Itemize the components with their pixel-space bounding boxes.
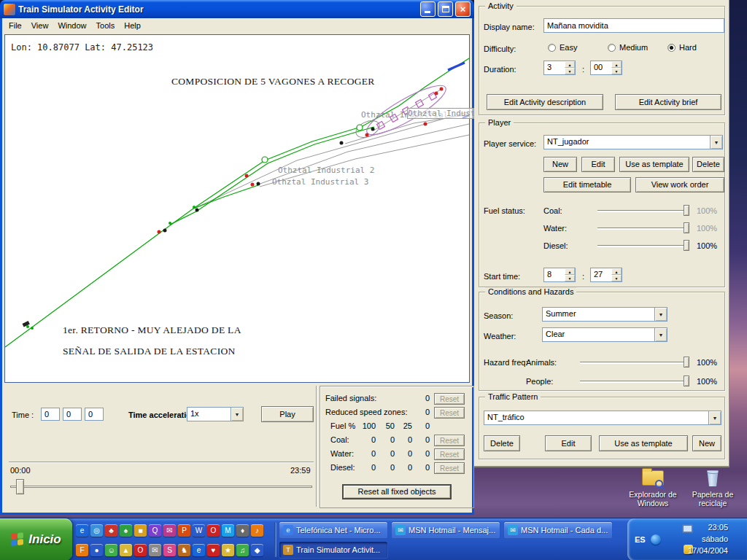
spinner-up-icon[interactable] [611,61,622,68]
menu-item[interactable]: View [31,19,55,32]
time-minutes-input[interactable] [63,408,82,421]
slider-thumb[interactable] [684,205,689,216]
player-use-as-template-button[interactable]: Use as template [619,157,689,172]
quick-launch-icon[interactable]: ♠ [120,524,132,537]
timeline-thumb[interactable] [16,479,24,494]
quick-launch-icon[interactable]: ♣ [105,524,117,537]
desktop-icon-windows-explorer[interactable]: Explorador de Windows [624,467,681,508]
difficulty-easy-radio[interactable]: Easy [548,43,577,52]
taskbar-task-button-active[interactable]: T Train Simulator Activit... [279,541,388,559]
slider-thumb[interactable] [684,240,689,251]
quick-launch-icon[interactable]: ☺ [105,544,117,556]
people-slider[interactable] [580,376,689,386]
quick-launch-icon[interactable]: O [207,524,220,537]
quick-launch-icon[interactable]: ♥ [207,544,220,556]
quick-launch-icon[interactable]: ♦ [236,524,249,537]
spinner-up-icon[interactable] [565,268,575,275]
quick-launch-icon[interactable]: ■ [134,524,147,537]
spinner-up-icon[interactable] [565,61,575,68]
quick-launch-icon[interactable]: ♪ [251,524,263,537]
time-seconds-input[interactable] [85,408,104,421]
weather-select[interactable]: Clear [542,327,667,342]
spinner-up-icon[interactable] [611,268,622,275]
water-slider[interactable] [597,222,689,233]
season-select[interactable]: Summer [542,307,667,322]
coal-slider[interactable] [597,205,689,216]
traffic-edit-button[interactable]: Edit [545,435,592,451]
difficulty-hard-radio[interactable]: Hard [667,43,697,52]
animals-slider[interactable] [580,357,689,368]
player-edit-button[interactable]: Edit [581,157,615,172]
quick-launch-icon[interactable]: ◎ [90,524,103,537]
quick-launch-icon[interactable]: ● [90,544,103,556]
station-label-othztal-3[interactable]: Othztal Industrial 3 [272,177,368,187]
route-map[interactable]: Lon: 10.87077 Lat: 47.25123 COMPOSICION … [4,34,470,383]
station-label-othztal-2[interactable]: Othztal Industrial 2 [278,166,374,175]
edit-timetable-button[interactable]: Edit timetable [543,177,631,192]
quick-launch-icon[interactable]: M [222,524,234,537]
player-new-button[interactable]: New [543,157,577,172]
quick-launch-icon[interactable]: ✉ [163,524,176,537]
spinner-down-icon[interactable] [611,68,622,74]
quick-launch-icon[interactable]: ▲ [120,544,132,556]
quick-launch-icon[interactable]: W [193,524,205,537]
station-label-othztal-boxed[interactable]: Othztal Industrial [407,108,474,119]
slider-thumb[interactable] [684,376,689,386]
reset-failed-signals-button[interactable]: Reset [434,393,465,405]
taskbar-task-button[interactable]: ✉ MSN Hotmail - Cada d... [503,521,613,539]
dropdown-arrow-icon[interactable] [708,411,721,424]
quick-launch-icon[interactable]: S [163,544,176,556]
traffic-pattern-select[interactable]: NT_tráfico [484,411,721,425]
reset-diesel-button[interactable]: Reset [434,462,465,474]
time-acceleration-select[interactable]: 1x [187,407,244,421]
menu-item[interactable]: Tools [96,19,122,32]
quick-launch-icon[interactable]: P [178,524,190,537]
start-button[interactable]: Inicio [0,518,72,560]
reset-coal-button[interactable]: Reset [434,435,465,446]
reset-all-fixed-objects-button[interactable]: Reset all fixed objects [342,484,452,499]
language-indicator[interactable]: ES [635,535,646,544]
dropdown-arrow-icon[interactable] [654,328,667,341]
difficulty-medium-radio[interactable]: Medium [608,43,648,52]
title-bar[interactable]: Train Simulator Activity Editor [0,0,474,18]
menu-item[interactable]: Help [124,19,147,32]
traffic-delete-button[interactable]: Delete [484,435,520,451]
slider-thumb[interactable] [684,222,689,233]
quick-launch-icon[interactable]: ★ [222,544,234,556]
spinner-down-icon[interactable] [611,275,622,281]
desktop-icon-recycle-bin[interactable]: Papelera de reciclaje [684,467,741,508]
menu-item[interactable]: Window [58,19,93,32]
clock[interactable]: 23:05 sábado 17/04/2004 [688,521,728,556]
maximize-button[interactable] [438,1,453,17]
quick-launch-icon[interactable]: ✉ [149,544,161,556]
edit-activity-description-button[interactable]: Edit Activity description [487,94,603,110]
start-hours-spinner[interactable]: 8 [543,268,576,282]
start-minutes-spinner[interactable]: 27 [590,268,622,282]
dropdown-arrow-icon[interactable] [231,408,243,421]
play-button[interactable]: Play [261,406,314,422]
player-service-select[interactable]: NT_jugador [543,135,723,149]
dropdown-arrow-icon[interactable] [654,308,667,321]
edit-activity-brief-button[interactable]: Edit Activity brief [615,94,721,110]
quick-launch-icon[interactable]: Q [149,524,161,537]
quick-launch-icon[interactable]: e [76,524,88,537]
quick-launch-icon[interactable]: ♞ [178,544,190,556]
view-work-order-button[interactable]: View work order [635,177,724,192]
slider-thumb[interactable] [684,357,689,368]
reset-speed-zones-button[interactable]: Reset [434,407,465,419]
quick-launch-icon[interactable]: ◆ [251,544,263,556]
dropdown-arrow-icon[interactable] [710,136,722,149]
reset-water-button[interactable]: Reset [434,448,465,460]
time-hours-input[interactable] [41,408,60,421]
close-button[interactable] [455,1,471,17]
menu-item[interactable]: File [9,19,28,32]
quick-launch-icon[interactable]: F [76,544,88,556]
quick-launch-icon[interactable]: e [193,544,205,556]
quick-launch-icon[interactable]: ♫ [236,544,249,556]
windows-update-icon[interactable] [651,534,661,545]
diesel-slider[interactable] [597,240,689,251]
duration-minutes-spinner[interactable]: 00 [590,61,622,75]
duration-hours-spinner[interactable]: 3 [543,61,576,75]
taskbar-task-button[interactable]: e Telefónica Net - Micro... [279,521,388,539]
display-name-input[interactable] [543,18,724,33]
